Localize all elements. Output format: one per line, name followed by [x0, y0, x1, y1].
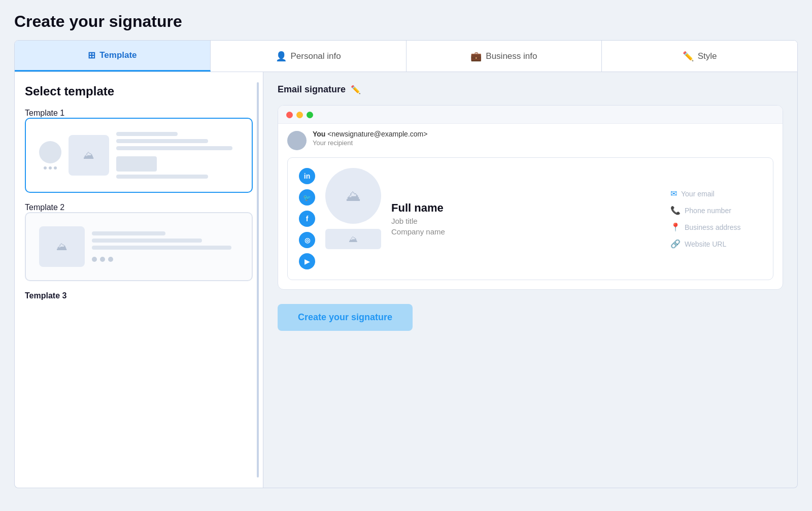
- contact-address-row: 📍 Business address: [670, 222, 762, 232]
- dot1: [44, 166, 47, 169]
- email-meta: You <newsignature@example.com> Your reci…: [313, 130, 427, 147]
- page-title: Create your signature: [14, 12, 798, 31]
- t2-dot1: [92, 257, 97, 262]
- dot2: [49, 166, 52, 169]
- template1-lines: [116, 132, 239, 179]
- sig-company: Company name: [391, 227, 660, 236]
- signature-card: in 🐦 f ◎ ▶ ⛰ ⛰ Full name Job title Compa…: [287, 157, 773, 280]
- email-contact-icon: ✉: [670, 189, 677, 198]
- t2-dot2: [100, 257, 105, 262]
- contact-website-label: Website URL: [685, 240, 726, 248]
- email-signature-header: Email signature ✏️: [278, 84, 783, 95]
- window-traffic-lights: [278, 106, 783, 124]
- pencil-icon: ✏️: [683, 51, 694, 62]
- sig-photo-placeholder: ⛰: [325, 168, 381, 224]
- contact-phone-label: Phone number: [685, 207, 731, 215]
- template1-left-col: [39, 141, 61, 169]
- facebook-icon[interactable]: f: [299, 211, 315, 227]
- template-2-card[interactable]: ⛰: [25, 212, 253, 281]
- email-from-name: You: [313, 130, 325, 138]
- dot3: [54, 166, 57, 169]
- line4: [116, 175, 208, 179]
- template-1-card[interactable]: ⛰: [25, 118, 253, 193]
- t2-dots: [92, 257, 239, 262]
- sig-name-block: Full name Job title Company name: [391, 168, 660, 269]
- template-icon: ⊞: [88, 50, 95, 61]
- tab-personal-label: Personal info: [291, 51, 341, 61]
- template3-label: Template 3: [25, 291, 253, 300]
- location-contact-icon: 📍: [670, 222, 681, 232]
- template2-lines: [92, 226, 239, 267]
- email-recipient: Your recipient: [313, 139, 427, 147]
- youtube-icon[interactable]: ▶: [299, 253, 315, 269]
- contact-website-row: 🔗 Website URL: [670, 239, 762, 249]
- tab-style-label: Style: [698, 51, 717, 61]
- main-content: Select template Template 1 ⛰: [14, 72, 798, 488]
- sig-center-block: ⛰ ⛰: [325, 168, 381, 269]
- linkedin-icon[interactable]: in: [299, 168, 315, 184]
- sig-job-title: Job title: [391, 217, 660, 225]
- line3: [116, 146, 232, 150]
- template1-banner: [116, 156, 157, 172]
- tab-personal-info[interactable]: 👤 Personal info: [211, 41, 407, 72]
- email-from-line: You <newsignature@example.com> Your reci…: [278, 124, 783, 152]
- twitter-icon[interactable]: 🐦: [299, 189, 315, 206]
- t2-line1: [92, 231, 165, 235]
- template1-dots: [44, 166, 57, 169]
- tab-template-label: Template: [99, 50, 137, 60]
- email-from-addr-val: <newsignature@example.com>: [327, 130, 427, 138]
- email-from-row: You <newsignature@example.com>: [313, 130, 427, 138]
- left-panel: Select template Template 1 ⛰: [15, 72, 263, 488]
- line2: [116, 139, 208, 143]
- email-signature-label: Email signature: [278, 84, 346, 95]
- briefcase-icon: 💼: [470, 51, 482, 62]
- edit-signature-icon[interactable]: ✏️: [351, 85, 361, 94]
- template2-img: ⛰: [39, 226, 85, 267]
- link-contact-icon: 🔗: [670, 239, 681, 249]
- template2-section-label: Template 2: [25, 203, 253, 212]
- tab-business-info[interactable]: 💼 Business info: [407, 41, 602, 72]
- tab-template[interactable]: ⊞ Template: [15, 41, 211, 72]
- tab-style[interactable]: ✏️ Style: [602, 41, 797, 72]
- right-panel: Email signature ✏️ You <newsignature@exa…: [263, 72, 797, 488]
- create-signature-button[interactable]: Create your signature: [278, 304, 413, 331]
- email-preview-window: You <newsignature@example.com> Your reci…: [278, 105, 783, 290]
- tabs-bar: ⊞ Template 👤 Personal info 💼 Business in…: [14, 40, 798, 72]
- phone-contact-icon: 📞: [670, 206, 681, 215]
- contact-email-row: ✉ Your email: [670, 189, 762, 198]
- contact-address-label: Business address: [685, 223, 741, 231]
- sig-banner-placeholder: ⛰: [325, 229, 381, 249]
- sig-contact-block: ✉ Your email 📞 Phone number 📍 Business a…: [670, 168, 762, 269]
- person-icon: 👤: [276, 51, 287, 62]
- tab-business-label: Business info: [486, 51, 537, 61]
- t2-dot3: [108, 257, 113, 262]
- line1: [116, 132, 178, 136]
- traffic-light-green: [307, 112, 313, 118]
- sender-avatar: [287, 131, 307, 150]
- social-icons-column: in 🐦 f ◎ ▶: [299, 168, 315, 269]
- instagram-icon[interactable]: ◎: [299, 232, 315, 248]
- sig-full-name: Full name: [391, 201, 660, 215]
- select-template-title: Select template: [25, 84, 253, 98]
- t2-line3: [92, 246, 231, 250]
- traffic-light-red: [286, 112, 293, 118]
- template1-photo-placeholder: ⛰: [69, 135, 109, 176]
- traffic-light-yellow: [296, 112, 303, 118]
- contact-email-label: Your email: [681, 190, 715, 198]
- template1-avatar-placeholder: [39, 141, 61, 163]
- t2-line2: [92, 239, 202, 243]
- contact-phone-row: 📞 Phone number: [670, 206, 762, 215]
- template1-section-label: Template 1: [25, 109, 253, 118]
